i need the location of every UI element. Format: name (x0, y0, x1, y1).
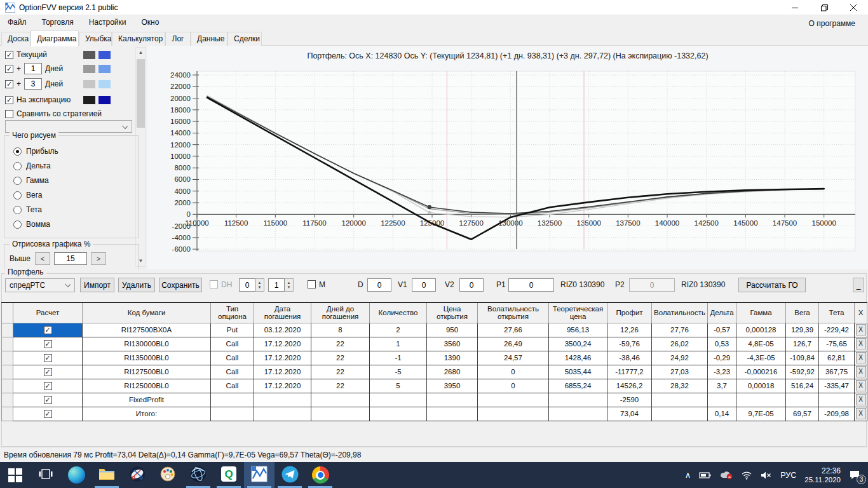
days-input[interactable] (24, 63, 42, 74)
remove-row-button[interactable]: X (856, 380, 866, 391)
row-checkbox[interactable] (44, 326, 52, 334)
table-row[interactable]: Итого:73,040,149,7E-0569,57-209,98X (2, 407, 867, 421)
spinner-arrows-icon[interactable]: ▲▼ (285, 278, 294, 292)
tab-данные[interactable]: Данные (191, 32, 227, 46)
code-cell[interactable]: Итого: (83, 407, 211, 421)
table-row[interactable]: FixedProfit-2590X (2, 393, 867, 407)
table-row[interactable]: RI135000BL0Call17.12.202022-1139024,5714… (2, 351, 867, 365)
column-header[interactable]: Гамма (736, 302, 786, 323)
column-header[interactable]: Расчет (13, 302, 83, 323)
p1-field[interactable] (508, 278, 554, 292)
minimize-button[interactable] (780, 0, 810, 15)
table-row[interactable]: RI130000BL0Call17.12.2020221356026,49350… (2, 337, 867, 351)
draw-option-дельта[interactable]: Дельта (13, 161, 51, 171)
quantity-cell[interactable]: 5 (370, 379, 427, 393)
open-price-cell[interactable]: 3560 (427, 337, 478, 351)
open-price-cell[interactable]: 950 (427, 323, 478, 337)
menu-item-0[interactable]: Файл (0, 16, 34, 29)
menu-item-2[interactable]: Настройки (81, 16, 134, 29)
open-price-cell[interactable] (427, 407, 478, 421)
chrome-taskbar-button[interactable] (305, 462, 336, 488)
optionfvv-taskbar-button[interactable] (244, 462, 275, 488)
task-view-button-taskbar-button[interactable] (31, 462, 61, 488)
column-header[interactable]: Количество (370, 302, 427, 323)
series-checkbox[interactable] (5, 96, 13, 104)
quantity-cell[interactable]: -5 (370, 365, 427, 379)
spinner-arrows-icon[interactable]: ▲▼ (255, 278, 264, 292)
delete-button[interactable]: Удалить (118, 278, 155, 292)
column-header[interactable]: Типопциона (211, 302, 254, 323)
row-checkbox[interactable] (44, 382, 52, 390)
radio-icon[interactable] (13, 147, 22, 156)
v2-field[interactable] (459, 278, 484, 292)
table-row[interactable]: RI127500BX0APut03.12.20208295027,66956,1… (2, 323, 867, 337)
wifi-icon[interactable] (741, 471, 752, 480)
menu-item-about[interactable]: О программе (801, 17, 863, 30)
calc-cell[interactable] (13, 337, 83, 351)
battery-icon[interactable] (699, 471, 712, 479)
quantity-cell[interactable]: 2 (370, 323, 427, 337)
decrease-button[interactable]: < (35, 252, 50, 265)
draw-option-тета[interactable]: Тета (13, 205, 42, 215)
taskbar-clock[interactable]: 22:36 25.11.2020 (804, 466, 841, 484)
calc-cell[interactable] (13, 407, 83, 421)
radio-icon[interactable] (13, 177, 22, 185)
remove-row-button[interactable]: X (856, 338, 866, 349)
draw-option-вега[interactable]: Вега (13, 190, 42, 200)
collapse-button[interactable]: _ (853, 278, 864, 292)
d-field[interactable] (367, 278, 391, 292)
open-price-cell[interactable]: 3950 (427, 379, 478, 393)
quik-taskbar-button[interactable]: Q (214, 462, 244, 488)
tab-диаграмма[interactable]: Диаграмма (31, 30, 79, 46)
menu-item-1[interactable]: Торговля (34, 16, 81, 29)
profit-chart[interactable]: -6000-4000-20000200040006000800010000120… (147, 46, 868, 269)
series-checkbox[interactable] (5, 65, 13, 73)
volume-muted-icon[interactable] (761, 471, 772, 480)
calc-cell[interactable] (13, 323, 83, 337)
m-checkbox[interactable] (308, 280, 316, 288)
menu-item-3[interactable]: Окно (134, 16, 167, 29)
code-cell[interactable]: RI130000BL0 (83, 337, 211, 351)
row-checkbox[interactable] (44, 368, 52, 376)
language-indicator[interactable]: РУС (780, 471, 796, 480)
scroll-up-icon[interactable]: ▲ (136, 48, 146, 58)
edge-taskbar-button[interactable] (61, 462, 92, 488)
row-checkbox[interactable] (44, 340, 52, 348)
tab-доска[interactable]: Доска (1, 32, 31, 46)
column-header[interactable]: Тета (819, 302, 855, 323)
calc-cell[interactable] (13, 365, 83, 379)
radio-icon[interactable] (13, 206, 22, 214)
close-button[interactable] (839, 0, 868, 15)
column-header[interactable] (2, 302, 13, 323)
tab-улыбка[interactable]: Улыбка (79, 32, 112, 46)
notification-center-icon[interactable]: 3 (849, 470, 862, 481)
open-vol-cell[interactable] (478, 407, 549, 421)
radio-icon[interactable] (13, 162, 22, 170)
column-header[interactable]: Ценаоткрытия (427, 302, 478, 323)
column-header[interactable]: X (855, 302, 867, 323)
draw-option-гамма[interactable]: Гамма (13, 175, 49, 186)
column-header[interactable]: Волатильностьоткрытия (478, 302, 549, 323)
dh-spinner-1[interactable]: ▲▼ (239, 278, 264, 292)
open-vol-cell[interactable]: 0 (478, 365, 549, 379)
globe-app-taskbar-button[interactable] (183, 462, 214, 488)
dh-spinner-1-value[interactable] (239, 278, 255, 292)
draw-option-прибыль[interactable]: Прибыль (13, 146, 58, 156)
series-checkbox[interactable] (5, 80, 13, 88)
code-cell[interactable]: RI127500BX0A (83, 323, 211, 337)
v1-field[interactable] (412, 278, 436, 292)
row-checkbox[interactable] (44, 354, 52, 362)
remove-row-button[interactable]: X (856, 352, 866, 363)
compare-strategy-checkbox[interactable] (5, 110, 13, 118)
paint-taskbar-button[interactable] (153, 462, 183, 488)
increase-button[interactable]: > (91, 252, 106, 265)
radio-icon[interactable] (13, 220, 22, 229)
remove-row-button[interactable]: X (856, 324, 866, 336)
dh-spinner-2-value[interactable] (268, 278, 285, 292)
radio-icon[interactable] (13, 191, 22, 200)
remove-row-button[interactable]: X (856, 394, 866, 405)
column-header[interactable]: Дней допогашения (311, 302, 370, 323)
tab-калькулятор[interactable]: Калькулятор (112, 32, 165, 46)
start-button-taskbar-button[interactable] (0, 462, 31, 488)
column-header[interactable]: Волатильность (652, 302, 708, 323)
